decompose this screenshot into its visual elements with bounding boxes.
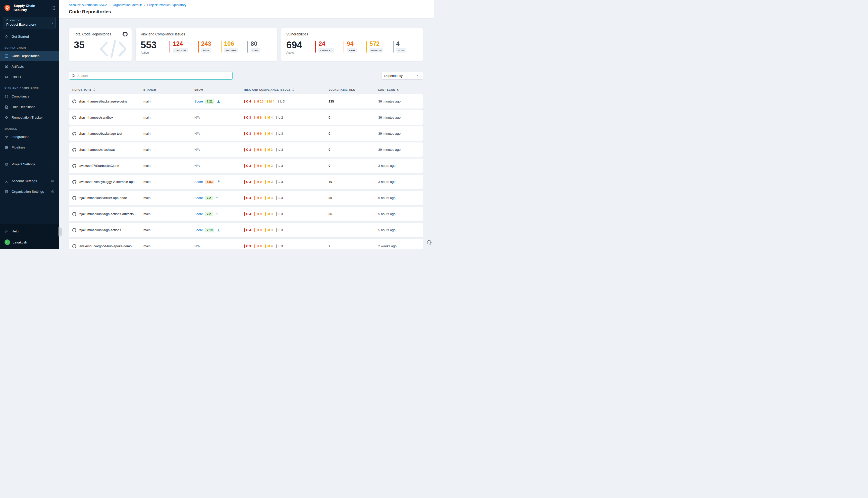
repository-name[interactable]: tejakummarikuntla/filler-app-node xyxy=(79,196,127,200)
table-row[interactable]: tejakummarikuntla/gh-actions-artifactsma… xyxy=(69,207,423,221)
table-row[interactable]: shash-harness/backstage-testmainN/AC 3H … xyxy=(69,127,423,141)
repository-name[interactable]: tejakummarikuntla/gh-actions-artifacts xyxy=(79,212,134,216)
stat-label: MEDIUM xyxy=(370,48,383,53)
repository-name[interactable]: tejakummarikuntla/gh-actions xyxy=(79,228,121,232)
risk-issues-cell: C 4H 9M 3L 3 xyxy=(244,228,329,232)
repository-name[interactable]: shash-harness/backstage-test xyxy=(79,132,122,135)
breadcrumb-account-link[interactable]: Account: Automation-SSCA xyxy=(69,3,107,7)
project-icon xyxy=(6,19,9,21)
table-row[interactable]: shash-harness/shashwatmainN/AC 3H 8M 3L … xyxy=(69,143,423,157)
sidebar-item-integrations[interactable]: Integrations xyxy=(0,132,59,142)
sidebar-collapse-handle[interactable]: ‹ xyxy=(58,227,62,236)
download-sbom-button[interactable] xyxy=(217,100,221,103)
sbom-na: N/A xyxy=(195,132,244,135)
breadcrumb-separator: › xyxy=(144,3,145,7)
sbom-na: N/A xyxy=(195,148,244,152)
nav-label: Help xyxy=(12,230,18,233)
table-row[interactable]: lavakush07/StarbucksClonemainN/AC 3H 8M … xyxy=(69,159,423,173)
breadcrumb-project-link[interactable]: Project: Product Exploratory xyxy=(147,3,186,7)
sidebar-item-remediation-tracker[interactable]: Remediation Tracker xyxy=(0,112,59,123)
sidebar-item-help[interactable]: Help xyxy=(0,226,59,236)
divider xyxy=(3,156,55,156)
download-sbom-button[interactable] xyxy=(215,196,219,200)
sbom-cell: Score7.2 xyxy=(195,196,244,200)
repository-name[interactable]: shash-harness/backstage-plugins xyxy=(79,100,127,103)
repository-name[interactable]: shash-harness/sandbox xyxy=(79,116,113,119)
sidebar-item-rule-definitions[interactable]: Rule Definitions xyxy=(0,102,59,112)
sidebar-item-pipelines[interactable]: Pipelines xyxy=(0,142,59,153)
stat-medium: 106 MEDIUM xyxy=(221,41,238,53)
sidebar-item-organization-settings[interactable]: Organization Settings xyxy=(0,186,59,197)
info-icon[interactable] xyxy=(51,180,54,183)
info-icon[interactable] xyxy=(51,190,54,193)
column-repository[interactable]: REPOSITORY xyxy=(72,88,143,91)
risk-chip-critical: C 3 xyxy=(244,245,251,248)
project-selector[interactable]: PROJECT Product Exploratory › xyxy=(3,17,56,29)
stat-critical: 124 CRITICAL xyxy=(170,41,188,53)
sbom-na: N/A xyxy=(195,164,244,168)
github-icon xyxy=(72,212,76,216)
table-row[interactable]: lavakush07/argocd-hub-spoke-demomainN/AC… xyxy=(69,239,423,249)
table-row[interactable]: shash-harness/backstage-pluginsmainScore… xyxy=(69,94,423,108)
search-icon xyxy=(71,74,75,78)
nav-heading-risk-and-compliance: RISK AND COMPLIANCE xyxy=(0,82,59,91)
table-row[interactable]: tejakummarikuntla/gh-actionsmainScore7.1… xyxy=(69,223,423,237)
table-row[interactable]: shash-harness/sandboxmainN/AC 3H 8M 4L 2… xyxy=(69,110,423,124)
download-sbom-button[interactable] xyxy=(215,212,219,216)
column-label: SBOM xyxy=(195,88,203,91)
repository-name[interactable]: lavakush07/StarbucksClone xyxy=(79,164,119,168)
sidebar-item-cicd[interactable]: CI/CD xyxy=(0,72,59,82)
table-row[interactable]: tejakummarikuntla/filler-app-nodemainSco… xyxy=(69,191,423,205)
repository-cell: shash-harness/sandbox xyxy=(72,116,143,120)
vulnerabilities-cell: 36 xyxy=(329,212,378,216)
sidebar-item-account-settings[interactable]: Account Settings xyxy=(0,176,59,186)
filter-value: Dependency xyxy=(384,74,403,78)
sidebar-item-artifacts[interactable]: Artifacts xyxy=(0,61,59,72)
column-last-scan[interactable]: LAST SCAN xyxy=(378,88,423,91)
stat-label: MEDIUM xyxy=(224,48,238,53)
repository-cell: lavakush07/StarbucksClone xyxy=(72,164,143,168)
risk-chip-medium: M 3 xyxy=(265,228,273,232)
repository-cell: lavakush07/easybuggy-vulnerable-app... xyxy=(72,180,143,184)
risk-chip-high: H 9 xyxy=(254,245,262,248)
risk-chip-medium: M 3 xyxy=(265,196,273,200)
repository-name[interactable]: lavakush07/argocd-hub-spoke-demo xyxy=(79,244,132,248)
column-risk-issues[interactable]: RISK AND COMPLIANCE ISSUES xyxy=(244,88,329,91)
risk-chip-critical: C 3 xyxy=(244,116,251,119)
repository-name[interactable]: lavakush07/easybuggy-vulnerable-app... xyxy=(79,180,137,184)
dependency-filter-select[interactable]: Dependency xyxy=(381,71,423,80)
risk-chip-critical: C 3 xyxy=(244,148,251,152)
search-input[interactable] xyxy=(77,74,230,78)
breadcrumb-organization-link[interactable]: Organization: default xyxy=(113,3,142,7)
nav-heading-manage: MANAGE xyxy=(0,123,59,132)
score-label: Score xyxy=(195,212,203,216)
risk-chip-low: L 3 xyxy=(276,180,283,184)
module-grid-icon[interactable] xyxy=(51,6,55,10)
resource-center-button[interactable] xyxy=(426,239,432,246)
stat-label: HIGH xyxy=(347,48,357,53)
last-scan-cell: 39 minutes ago xyxy=(378,148,423,152)
chevron-right-icon: › xyxy=(52,21,53,25)
nav-label: Integrations xyxy=(12,135,29,139)
score-value: 7.19 xyxy=(205,228,214,233)
sidebar-item-get-started[interactable]: Get Started xyxy=(0,31,59,42)
risk-chip-low: L 3 xyxy=(276,164,283,168)
risk-chip-high: H 10 xyxy=(254,100,263,103)
download-sbom-button[interactable] xyxy=(217,228,221,232)
sidebar-item-compliance[interactable]: Compliance xyxy=(0,91,59,102)
user-menu[interactable]: L Lavakush xyxy=(0,236,59,247)
table-row[interactable]: lavakush07/easybuggy-vulnerable-app...ma… xyxy=(69,175,423,189)
score-label: Score xyxy=(195,196,203,200)
chevron-left-icon: ‹ xyxy=(59,230,61,234)
vulnerabilities-cell: 36 xyxy=(329,196,378,200)
score-label: Score xyxy=(195,100,203,103)
brand-line1: Supply Chain xyxy=(14,4,49,8)
risk-chip-low: L 3 xyxy=(276,132,283,135)
search-box xyxy=(69,71,232,80)
sidebar-item-project-settings[interactable]: Project Settings › xyxy=(0,159,59,170)
download-sbom-button[interactable] xyxy=(217,180,221,184)
repository-name[interactable]: shash-harness/shashwat xyxy=(79,148,115,152)
artifacts-icon xyxy=(4,65,9,69)
risk-chip-low: L 3 xyxy=(278,100,285,103)
sidebar-item-code-repositories[interactable]: Code Repositories xyxy=(0,51,59,61)
